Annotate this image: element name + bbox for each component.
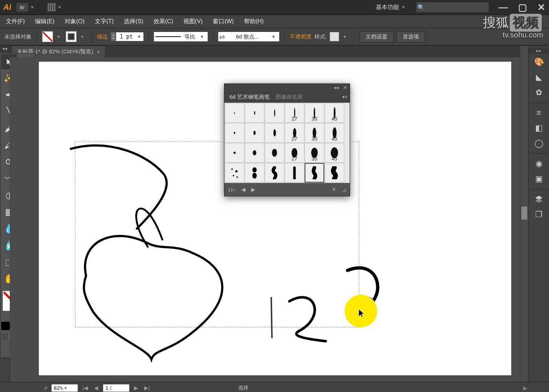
brush-swatch[interactable] (265, 163, 284, 183)
brush-swatch[interactable] (285, 163, 304, 183)
app-logo-icon: Ai (0, 0, 15, 15)
status-menu-icon[interactable]: ▶ (523, 385, 527, 391)
chevron-down-icon[interactable]: ▼ (57, 34, 61, 39)
last-artboard-button[interactable]: ▶| (143, 385, 151, 391)
minimize-button[interactable]: — (499, 2, 508, 13)
brush-swatch[interactable] (265, 123, 284, 143)
graphic-style-swatch[interactable] (330, 32, 339, 41)
brush-swatch[interactable] (225, 103, 244, 123)
brush-swatch[interactable]: 35 (305, 143, 324, 163)
workspace-switcher[interactable]: 基本功能 ▼ (376, 4, 406, 11)
prev-artboard-button[interactable]: ◀ (93, 385, 99, 391)
search-input[interactable]: 🔍 (416, 2, 489, 13)
brush-swatch[interactable] (265, 103, 284, 123)
bridge-button[interactable]: Br (17, 3, 28, 12)
prev-library-icon[interactable]: ◀ (241, 187, 245, 192)
panel-menu-icon[interactable]: ▾≡ (342, 94, 347, 100)
layers-panel-icon[interactable] (532, 192, 546, 206)
close-button[interactable]: ✕ (537, 2, 545, 13)
menu-file[interactable]: 文件(F) (6, 18, 25, 25)
menu-select[interactable]: 选择(S) (124, 18, 143, 25)
brush-swatch[interactable]: 35 (305, 103, 324, 123)
opacity-label[interactable]: 不透明度 (290, 33, 312, 40)
menu-effect[interactable]: 效果(C) (154, 18, 173, 25)
zoom-level-input[interactable]: 82%▼ (52, 384, 78, 392)
gradient-panel-icon[interactable]: ◧ (532, 121, 546, 135)
brush-swatch-selected[interactable] (305, 163, 324, 183)
color-panel-icon[interactable]: 🎨 (532, 55, 546, 69)
chevron-down-icon[interactable]: ▼ (30, 5, 34, 10)
first-artboard-button[interactable]: |◀ (81, 385, 89, 391)
menu-help[interactable]: 帮助(H) (244, 18, 264, 25)
brush-swatch[interactable]: 45 (325, 103, 344, 123)
collapse-toggle[interactable]: ▸▸ (529, 48, 549, 54)
brush-swatch[interactable]: 45 (325, 123, 344, 143)
arrange-documents-icon[interactable] (47, 3, 56, 12)
menu-type[interactable]: 文字(T) (95, 18, 114, 25)
draw-normal[interactable] (1, 332, 9, 340)
maximize-button[interactable]: ▢ (518, 2, 527, 13)
chevron-down-icon[interactable]: ▼ (343, 34, 347, 39)
brush-swatch[interactable]: 45 (325, 143, 344, 163)
resize-grip-icon: ◢ (342, 187, 346, 192)
menu-edit[interactable]: 编辑(E) (35, 18, 54, 25)
brush-swatch[interactable]: 27 (285, 143, 304, 163)
brush-panel-tab-active[interactable]: 6d 艺术钢笔画笔 (227, 92, 273, 102)
svg-point-9 (252, 173, 257, 179)
brush-swatch[interactable] (225, 163, 244, 183)
brush-swatch[interactable]: 27 (285, 123, 304, 143)
stroke-label[interactable]: 描边 (97, 33, 108, 40)
brush-swatch[interactable]: 35 (305, 123, 324, 143)
next-artboard-button[interactable]: ▶ (133, 385, 139, 391)
menu-view[interactable]: 视图(V) (183, 18, 203, 25)
brush-swatch[interactable]: 27 (285, 103, 304, 123)
brush-swatch[interactable] (245, 143, 264, 163)
chevron-down-icon[interactable]: ▼ (57, 5, 62, 10)
brush-swatch[interactable] (245, 163, 264, 183)
collapse-toggle[interactable]: ◂◂ (0, 46, 9, 52)
scrollbar-thumb[interactable] (521, 207, 527, 220)
brush-swatch[interactable] (245, 123, 264, 143)
menu-object[interactable]: 对象(O) (65, 18, 85, 25)
next-library-icon[interactable]: ▶ (251, 187, 255, 192)
panel-options-icon[interactable]: ✕ (332, 187, 336, 192)
panel-collapse-icon[interactable]: ◂◂ (334, 85, 339, 90)
vertical-scrollbar[interactable] (520, 46, 528, 382)
svg-point-5 (235, 170, 237, 172)
brush-swatch[interactable] (325, 163, 344, 183)
stroke-weight-input[interactable]: ▲▼ ▼ (111, 32, 143, 41)
library-menu-icon[interactable]: ⫿⫿▾ (228, 187, 236, 192)
left-dock: ◂◂ ✨ 📿 ✒ T ╲ ▭ 🖌 ✎ 🖍 ◧ ⟳ ⤢ 〰 ▦ ◑ ▥ ▩ ▭ 💧… (0, 46, 10, 382)
fill-swatch[interactable] (42, 31, 53, 42)
brush-swatch[interactable] (225, 143, 244, 163)
graphic-styles-panel-icon[interactable]: ▣ (532, 172, 546, 186)
stroke-swatch[interactable] (66, 31, 77, 42)
transparency-panel-icon[interactable]: ◯ (532, 136, 546, 150)
artboards-panel-icon[interactable]: ❐ (532, 208, 546, 221)
color-guide-panel-icon[interactable]: ◣ (532, 70, 546, 84)
canvas[interactable]: ◂◂✕ 6d 艺术钢笔画笔 图像画笔库 ▾≡ 27 35 45 (39, 62, 511, 375)
close-tab-icon[interactable]: × (97, 49, 100, 55)
brush-library-panel[interactable]: ◂◂✕ 6d 艺术钢笔画笔 图像画笔库 ▾≡ 27 35 45 (224, 83, 350, 196)
preferences-button[interactable]: 首选项 (396, 31, 425, 42)
menu-window[interactable]: 窗口(W) (213, 18, 234, 25)
canvas-viewport[interactable]: ◂◂✕ 6d 艺术钢笔画笔 图像画笔库 ▾≡ 27 35 45 (10, 57, 520, 382)
stroke-panel-icon[interactable]: ≡ (532, 106, 546, 120)
document-setup-button[interactable]: 文档设置 (359, 31, 394, 42)
svg-rect-2 (371, 300, 374, 303)
brush-swatch[interactable] (265, 143, 284, 163)
export-icon[interactable]: ⬀ (44, 385, 48, 391)
brush-panel-tab-inactive[interactable]: 图像画笔库 (273, 92, 306, 102)
status-bar: ⬀ 82%▼ |◀ ◀ 1▲▼ ▶ ▶| 选择 ▶ (0, 382, 549, 392)
appearance-panel-icon[interactable]: ◉ (532, 157, 546, 171)
no-selection-label: 未选择对象 (4, 33, 32, 40)
chevron-down-icon[interactable]: ▼ (80, 34, 84, 39)
artboard-index-input[interactable]: 1▲▼ (103, 384, 129, 392)
panel-close-icon[interactable]: ✕ (343, 85, 347, 90)
variable-width-profile[interactable]: 等比▼ (154, 32, 208, 41)
brush-definition[interactable]: ᔕ6d 散点...▼ (218, 32, 279, 41)
brush-swatch[interactable] (245, 103, 264, 123)
kuler-panel-icon[interactable]: ✿ (532, 86, 546, 99)
brush-swatch[interactable] (225, 123, 244, 143)
style-label: 样式: (314, 33, 327, 40)
